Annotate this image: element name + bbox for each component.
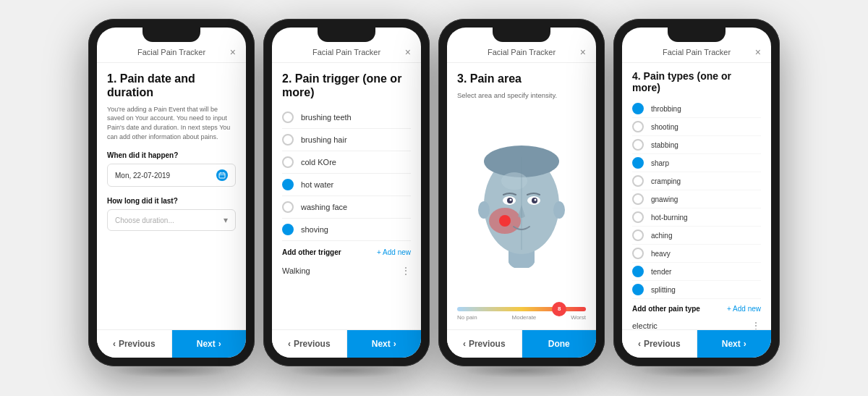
screen-2-close[interactable]: × (405, 46, 411, 58)
trigger-label-4: washing face (301, 203, 347, 211)
pt-radio-5[interactable] (632, 193, 644, 205)
phone-notch-4 (668, 28, 726, 42)
add-new-type-btn[interactable]: + Add new (727, 305, 761, 313)
trigger-hot-water[interactable]: hot water (282, 174, 411, 196)
trigger-label-5: shoving (301, 225, 328, 234)
screen-4-close[interactable]: × (755, 46, 761, 58)
trigger-radio-3[interactable] (282, 179, 294, 190)
trigger-cold-water[interactable]: cold KOre (282, 151, 411, 174)
trigger-radio-1[interactable] (282, 134, 294, 146)
add-new-trigger-btn[interactable]: + Add new (377, 248, 411, 256)
screen-4-next-btn[interactable]: Next › (697, 330, 772, 358)
svg-point-8 (553, 201, 565, 219)
pt-radio-9[interactable] (632, 266, 644, 277)
pain-type-heavy[interactable]: heavy (632, 245, 761, 263)
trigger-brushing-hair[interactable]: brushing hair (282, 129, 411, 151)
pain-type-stabbing[interactable]: stabbing (632, 136, 761, 154)
phone-3: Facial Pain Tracker × 3. Pain area Selec… (438, 19, 605, 378)
phone-notch-3 (493, 28, 550, 42)
add-type-row: Add other pain type + Add new (632, 305, 761, 313)
done-label-3: Done (548, 339, 570, 349)
pt-radio-2[interactable] (632, 139, 644, 151)
screen-3-body: 3. Pain area Select area and specify int… (447, 63, 596, 329)
how-long-label: How long did it last? (107, 197, 236, 205)
pain-type-gnawing[interactable]: gnawing (632, 190, 761, 208)
trigger-label-1: brushing hair (301, 135, 347, 144)
custom-type-text: electric (632, 321, 658, 329)
screen-3-prev-btn[interactable]: ‹ Previous (447, 330, 522, 358)
pt-radio-6[interactable] (632, 211, 644, 223)
screen-2-step-title: 2. Pain trigger (one or more) (282, 72, 411, 99)
screen-3-footer: ‹ Previous Done (447, 329, 596, 358)
screen-4-body: 4. Pain types (one or more) throbbing sh… (622, 63, 771, 329)
pt-radio-7[interactable] (632, 229, 644, 241)
pt-radio-4[interactable] (632, 175, 644, 187)
pt-radio-0[interactable] (632, 103, 644, 114)
pt-label-2: stabbing (651, 141, 678, 149)
screen-2-next-btn[interactable]: Next › (347, 330, 422, 358)
trigger-radio-5[interactable] (282, 224, 294, 235)
screen-1-next-btn[interactable]: Next › (172, 330, 247, 358)
trigger-radio-4[interactable] (282, 201, 294, 213)
next-arrow-icon-4: › (744, 339, 746, 349)
duration-placeholder: Choose duration... (115, 216, 174, 224)
duration-select[interactable]: Choose duration... ▾ (107, 209, 236, 231)
pain-type-shooting[interactable]: shooting (632, 118, 761, 136)
trigger-radio-0[interactable] (282, 111, 294, 123)
dots-icon-2[interactable]: ⋮ (401, 265, 411, 277)
prev-arrow-icon-2: ‹ (288, 339, 291, 349)
pt-label-5: gnawing (651, 195, 678, 203)
screen-1-prev-btn[interactable]: ‹ Previous (97, 330, 172, 358)
pain-type-cramping[interactable]: cramping (632, 172, 761, 190)
calendar-icon[interactable] (216, 169, 228, 181)
screen-4-footer: ‹ Previous Next › (622, 329, 771, 358)
screen-1-title: Facial Pain Tracker (137, 48, 205, 56)
screen-2-body: 2. Pain trigger (one or more) brushing t… (272, 63, 421, 329)
add-trigger-label: Add other trigger (282, 248, 341, 256)
pain-type-sharp[interactable]: sharp (632, 154, 761, 172)
phone-screen-3: Facial Pain Tracker × 3. Pain area Selec… (447, 28, 596, 358)
trigger-shoving[interactable]: shoving (282, 219, 411, 241)
custom-trigger-item: Walking ⋮ (282, 261, 411, 281)
pain-type-aching[interactable]: aching (632, 227, 761, 245)
phone-notch-2 (318, 28, 375, 42)
pain-scale-track[interactable]: 8 (457, 307, 586, 311)
next-label-4: Next (722, 339, 741, 349)
screen-2-footer: ‹ Previous Next › (272, 329, 421, 358)
pt-radio-1[interactable] (632, 121, 644, 132)
trigger-radio-2[interactable] (282, 156, 294, 168)
trigger-label-0: brushing teeth (301, 113, 352, 122)
svg-point-7 (478, 201, 490, 219)
pt-label-7: aching (651, 232, 672, 240)
screen-1-body: 1. Pain date and duration You're adding … (97, 63, 246, 329)
pt-label-4: cramping (651, 177, 681, 185)
date-input-row[interactable]: Mon, 22-07-2019 (107, 164, 236, 187)
phone-4: Facial Pain Tracker × 4. Pain types (one… (613, 19, 780, 378)
pt-radio-10[interactable] (632, 284, 644, 295)
phone-1: Facial Pain Tracker × 1. Pain date and d… (88, 19, 255, 378)
dots-icon-4[interactable]: ⋮ (751, 320, 761, 329)
screen-1-close[interactable]: × (230, 46, 236, 58)
pain-type-hot-burning[interactable]: hot-burning (632, 208, 761, 227)
screen-2-prev-btn[interactable]: ‹ Previous (272, 330, 347, 358)
pt-radio-3[interactable] (632, 157, 644, 169)
screen-3-close[interactable]: × (580, 46, 586, 58)
screen-4-prev-btn[interactable]: ‹ Previous (622, 330, 697, 358)
pt-radio-8[interactable] (632, 248, 644, 259)
screen-1-step-title: 1. Pain date and duration (107, 72, 236, 99)
pain-type-throbbing[interactable]: throbbing (632, 100, 761, 118)
phone-screen-2: Facial Pain Tracker × 2. Pain trigger (o… (272, 28, 421, 358)
pt-label-9: tender (651, 268, 671, 276)
pain-type-splitting[interactable]: splitting (632, 281, 761, 299)
add-trigger-row: Add other trigger + Add new (282, 248, 411, 256)
screen-3-done-btn[interactable]: Done (522, 330, 597, 358)
face-container[interactable] (457, 105, 586, 304)
pain-type-tender[interactable]: tender (632, 263, 761, 281)
pain-scale-thumb[interactable]: 8 (552, 302, 566, 316)
prev-label-2: Previous (294, 339, 331, 349)
trigger-brushing-teeth[interactable]: brushing teeth (282, 106, 411, 129)
next-arrow-icon-1: › (218, 339, 221, 349)
pt-label-3: sharp (651, 159, 669, 167)
custom-type-item: electric ⋮ (632, 316, 761, 329)
trigger-washing-face[interactable]: washing face (282, 196, 411, 219)
